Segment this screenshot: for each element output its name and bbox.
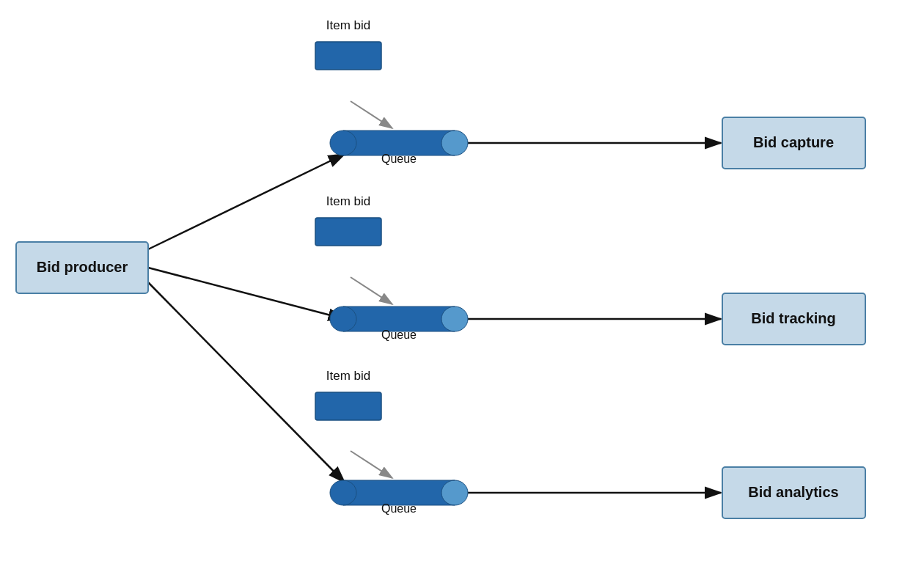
bid-tracking-label: Bid tracking (751, 310, 836, 326)
svg-rect-7 (343, 306, 455, 331)
arrow-itembid-mid (351, 277, 392, 304)
svg-point-14 (441, 480, 468, 505)
bid-producer-label: Bid producer (37, 259, 128, 275)
svg-point-4 (441, 131, 468, 155)
arrow-itembid-top (351, 101, 392, 128)
item-bid-top-label: Item bid (326, 18, 370, 32)
svg-rect-2 (343, 131, 455, 155)
architecture-diagram: Bid producer Item bid Item bid Item bid … (0, 0, 924, 580)
item-bid-mid-label: Item bid (326, 194, 370, 208)
queue-top-label: Queue (381, 153, 417, 165)
queue-mid-label: Queue (381, 328, 417, 341)
item-bid-mid-rect (315, 218, 381, 246)
svg-point-9 (441, 306, 468, 331)
queue-mid: Queue (330, 306, 468, 341)
queue-bot-label: Queue (381, 502, 417, 515)
bid-analytics-label: Bid analytics (748, 484, 838, 500)
arrow-itembid-bot (351, 451, 392, 478)
queue-top: Queue (330, 131, 468, 165)
item-bid-bot-rect (315, 392, 381, 420)
item-bid-bot-label: Item bid (326, 369, 370, 383)
svg-rect-12 (343, 480, 455, 505)
svg-point-13 (330, 480, 356, 505)
item-bid-top-rect (315, 42, 381, 70)
svg-point-3 (330, 131, 356, 155)
bid-capture-label: Bid capture (753, 134, 834, 150)
arrow-producer-to-bot-queue (148, 282, 345, 482)
svg-point-8 (330, 306, 356, 331)
queue-bot: Queue (330, 480, 468, 515)
